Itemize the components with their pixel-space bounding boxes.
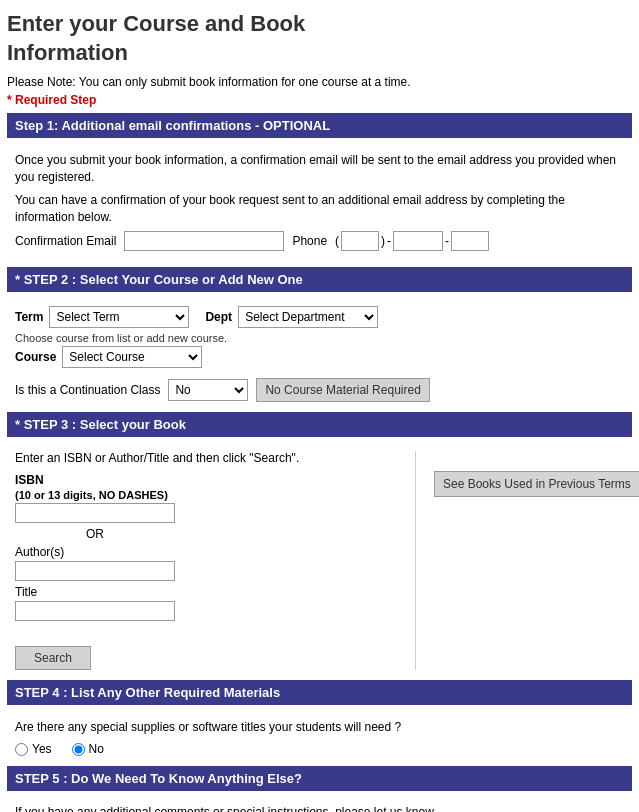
dept-label: Dept [205,310,232,324]
dept-select[interactable]: Select Department [238,306,378,328]
required-step-note: * Required Step [7,93,632,107]
step1-body: Once you submit your book information, a… [7,146,632,261]
step1-para2: You can have a confirmation of your book… [15,192,624,226]
phone-end-input[interactable] [451,231,489,251]
step1-header: Step 1: Additional email confirmations -… [7,113,632,138]
page-notice: Please Note: You can only submit book in… [7,75,632,89]
phone-mid-input[interactable] [393,231,443,251]
see-books-button[interactable]: See Books Used in Previous Terms [434,471,639,497]
step4-description: Are there any special supplies or softwa… [15,719,624,736]
confirmation-email-input[interactable] [124,231,284,251]
step3-divider [415,451,416,670]
author-input[interactable] [15,561,175,581]
title-input[interactable] [15,601,175,621]
title-label: Title [15,585,407,599]
radio-row: Yes No [15,742,624,756]
yes-option: Yes [15,742,52,756]
step3-right: See Books Used in Previous Terms [424,451,624,670]
isbn-input[interactable] [15,503,175,523]
continuation-row: Is this a Continuation Class No No Cours… [15,378,624,402]
term-dept-row: Term Select Term Dept Select Department [15,306,624,328]
or-label: OR [15,527,175,541]
course-select[interactable]: Select Course [62,346,202,368]
term-select[interactable]: Select Term [49,306,189,328]
step3-note: Enter an ISBN or Author/Title and then c… [15,451,407,465]
no-option: No [72,742,104,756]
no-radio[interactable] [72,743,85,756]
page-title: Enter your Course and Book Information [7,10,632,67]
continuation-label: Is this a Continuation Class [15,383,160,397]
term-label: Term [15,310,43,324]
no-label: No [89,742,104,756]
isbn-sublabel: (10 or 13 digits, NO DASHES) [15,489,407,501]
course-row: Course Select Course [15,346,624,368]
course-note: Choose course from list or add new cours… [15,332,624,344]
step4-body: Are there any special supplies or softwa… [7,713,632,766]
step5-description: If you have any additional comments or s… [15,805,624,812]
authors-label: Author(s) [15,545,407,559]
step3-body: Enter an ISBN or Author/Title and then c… [7,445,632,680]
phone-wrap: ( ) - - [335,231,489,251]
confirmation-row: Confirmation Email Phone ( ) - - [15,231,624,251]
phone-area-input[interactable] [341,231,379,251]
step2-body: Term Select Term Dept Select Department … [7,300,632,412]
yes-radio[interactable] [15,743,28,756]
step1-para1: Once you submit your book information, a… [15,152,624,186]
dept-field-group: Dept Select Department [205,306,378,328]
course-label: Course [15,350,56,364]
step5-header: STEP 5 : Do We Need To Know Anything Els… [7,766,632,791]
step5-body: If you have any additional comments or s… [7,799,632,812]
search-button[interactable]: Search [15,646,91,670]
step3-header: * STEP 3 : Select your Book [7,412,632,437]
step2-header: * STEP 2 : Select Your Course or Add New… [7,267,632,292]
no-course-material-button[interactable]: No Course Material Required [256,378,429,402]
yes-label: Yes [32,742,52,756]
step3-left: Enter an ISBN or Author/Title and then c… [15,451,407,670]
continuation-select[interactable]: No [168,379,248,401]
step4-header: STEP 4 : List Any Other Required Materia… [7,680,632,705]
isbn-label: ISBN [15,473,407,487]
step3-layout: Enter an ISBN or Author/Title and then c… [15,451,624,670]
term-field-group: Term Select Term [15,306,189,328]
confirmation-email-label: Confirmation Email [15,234,116,248]
phone-label: Phone [292,234,327,248]
